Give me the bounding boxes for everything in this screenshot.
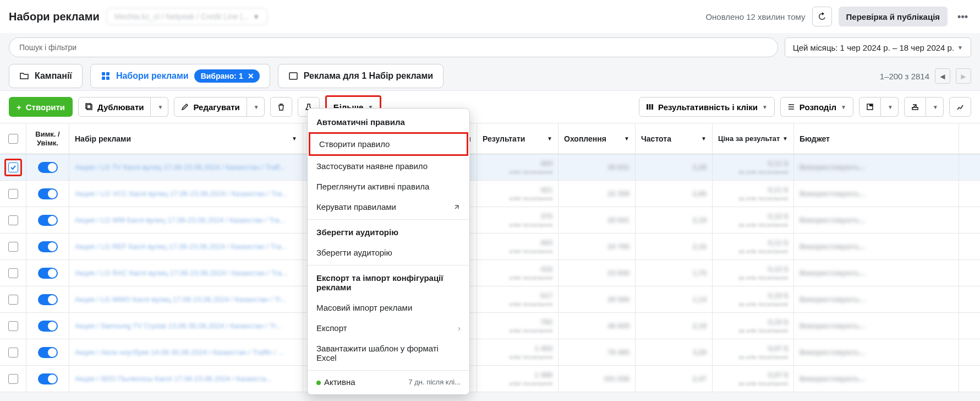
- create-button[interactable]: + Створити: [9, 97, 73, 117]
- adset-name[interactable]: Акция / LG MWO Каспі вулиц 17.06-23.06.2…: [75, 295, 287, 304]
- row-checkbox[interactable]: [8, 189, 18, 199]
- adset-name[interactable]: Акция / Aксю ноутбуки 14.06-30.06.2024 /…: [75, 348, 284, 356]
- col-budget[interactable]: Бюджет: [794, 123, 959, 154]
- table-row[interactable]: Акция / LG WM Каспі вулиц 17.06-23.06.20…: [0, 207, 980, 234]
- row-toggle[interactable]: [38, 268, 58, 279]
- dd-view-rules[interactable]: Переглянути активні правила: [308, 176, 469, 197]
- tab-adsets[interactable]: Набори реклами Вибрано: 1 ✕: [90, 64, 270, 88]
- columns-preset-button[interactable]: Результативність і кліки ▼: [639, 97, 775, 117]
- col-reach[interactable]: Охоплення▼: [559, 123, 636, 154]
- adset-name[interactable]: Акция / SDO Пылесосы Каспі 17.06-23.06.2…: [75, 375, 272, 383]
- freq-value: 2,47: [693, 375, 707, 383]
- dd-manage-rules[interactable]: Керувати правилами: [308, 197, 469, 217]
- select-all-checkbox[interactable]: [8, 134, 18, 144]
- table-row[interactable]: Акция / Aксю ноутбуки 14.06-30.06.2024 /…: [0, 339, 980, 366]
- row-toggle[interactable]: [38, 162, 58, 173]
- date-range-picker[interactable]: Цей місяць: 1 чер 2024 р. – 18 чер 2024 …: [785, 37, 971, 57]
- reach-value: 30 631: [607, 163, 629, 171]
- svg-rect-1: [106, 72, 110, 75]
- updated-label: Оновлено 12 хвилин тому: [705, 12, 805, 21]
- col-cost[interactable]: Ціна за результат▼: [713, 123, 794, 154]
- row-checkbox[interactable]: [8, 162, 18, 172]
- svg-rect-9: [651, 104, 653, 110]
- table-row[interactable]: Акция / LG VCC Каспі вулиц 17.06-23.06.2…: [0, 181, 980, 207]
- cost-value: 0,12 $: [768, 212, 788, 220]
- col-toggle[interactable]: Вимк. / Увімк.: [26, 123, 69, 154]
- results-value: 517: [540, 291, 552, 300]
- adset-name[interactable]: Акция / LG REF Каспі вулиц 17.06-23.06.2…: [75, 242, 287, 251]
- tab-ads[interactable]: Реклама для 1 Набір реклами: [278, 64, 444, 88]
- svg-rect-8: [649, 104, 651, 110]
- freq-value: 2,19: [693, 216, 707, 224]
- refresh-icon: [818, 12, 826, 21]
- adset-name[interactable]: Акция / LG VCC Каспі вулиц 17.06-23.06.2…: [75, 189, 288, 198]
- row-checkbox[interactable]: [8, 295, 18, 305]
- export-dropdown[interactable]: ▼: [926, 97, 944, 117]
- table-row[interactable]: Акция / LG TV Каспі вулиц 17.06-23.06.20…: [0, 154, 980, 181]
- results-value: 1 403: [534, 344, 552, 353]
- row-toggle[interactable]: [38, 215, 58, 226]
- col-name[interactable]: Набір реклами▼: [69, 123, 303, 154]
- dd-save-audience[interactable]: Зберегти аудиторію: [308, 242, 469, 263]
- svg-rect-11: [869, 104, 873, 106]
- edit-dropdown[interactable]: ▼: [247, 97, 265, 117]
- delete-button[interactable]: [270, 97, 292, 117]
- more-menu-icon[interactable]: •••: [954, 11, 971, 23]
- clear-selection-icon[interactable]: ✕: [247, 72, 255, 80]
- table-row[interactable]: Акция / LG MWO Каспі вулиц 17.06-23.06.2…: [0, 286, 980, 313]
- row-toggle[interactable]: [38, 321, 58, 332]
- page-prev-button[interactable]: ◄: [935, 68, 950, 84]
- row-checkbox[interactable]: [8, 215, 18, 225]
- row-checkbox[interactable]: [8, 348, 18, 357]
- adset-name[interactable]: Акция / LG TV Каспі вулиц 17.06-23.06.20…: [75, 163, 286, 171]
- col-freq[interactable]: Частота▼: [636, 123, 713, 154]
- duplicate-button[interactable]: Дублювати: [78, 97, 151, 117]
- charts-button[interactable]: [949, 97, 971, 117]
- table-row[interactable]: Акция / SDO Пылесосы Каспі 17.06-23.06.2…: [0, 366, 980, 392]
- adset-name[interactable]: Акция / LG WM Каспі вулиц 17.06-23.06.20…: [75, 216, 286, 224]
- results-value: 1 489: [534, 371, 552, 379]
- row-toggle[interactable]: [38, 294, 58, 305]
- dd-export[interactable]: Експорт ›: [308, 318, 469, 338]
- review-publish-button[interactable]: Перевірка й публікація: [839, 7, 948, 26]
- dd-download-template[interactable]: Завантажити шаблон у форматі Excel: [308, 338, 469, 368]
- reports-dropdown[interactable]: ▼: [881, 97, 899, 117]
- search-input[interactable]: Пошук і фільтри: [9, 37, 778, 57]
- row-checkbox[interactable]: [8, 242, 18, 252]
- page-next-button[interactable]: ►: [956, 68, 971, 84]
- row-toggle[interactable]: [38, 373, 58, 384]
- table-row[interactable]: Акция / Samsung TV Crystal 13.06-30.06.2…: [0, 313, 980, 339]
- svg-rect-3: [106, 77, 110, 80]
- row-checkbox[interactable]: [8, 321, 18, 331]
- export-button[interactable]: [904, 97, 926, 117]
- breakdown-button[interactable]: Розподіл ▼: [780, 97, 853, 117]
- row-checkbox[interactable]: [8, 374, 18, 384]
- adset-name[interactable]: Акция / LG RAC Каспі вулиц 17.06-23.06.2…: [75, 269, 288, 277]
- duplicate-dropdown[interactable]: ▼: [151, 97, 168, 117]
- budget-value: Використовують...: [800, 269, 866, 277]
- table-row[interactable]: Акция / LG REF Каспі вулиц 17.06-23.06.2…: [0, 234, 980, 260]
- account-selector[interactable]: Mechta.kz_cl / Netpeak / Credit Line (..…: [106, 8, 267, 25]
- edit-button[interactable]: Редагувати: [174, 97, 247, 117]
- chart-icon: [956, 103, 964, 111]
- freq-value: 1,14: [693, 295, 707, 304]
- row-toggle[interactable]: [38, 241, 58, 252]
- tab-campaigns[interactable]: Кампанії: [9, 64, 83, 88]
- trash-icon: [277, 103, 285, 111]
- table-row[interactable]: Акция / LG RAC Каспі вулиц 17.06-23.06.2…: [0, 260, 980, 286]
- plus-icon: +: [17, 102, 21, 112]
- row-checkbox[interactable]: [8, 268, 18, 278]
- reports-icon: [866, 103, 874, 111]
- dd-apply-rule[interactable]: Застосувати наявне правило: [308, 156, 469, 176]
- dd-create-rule[interactable]: Створити правило: [309, 132, 468, 156]
- dd-bulk-import[interactable]: Масовий імпорт реклами: [308, 297, 469, 318]
- reach-value: 24 765: [607, 242, 629, 251]
- pagination-label: 1–200 з 2814: [880, 72, 929, 81]
- row-toggle[interactable]: [38, 188, 58, 199]
- row-toggle[interactable]: [38, 347, 58, 358]
- refresh-button[interactable]: [812, 7, 832, 26]
- reports-button[interactable]: [859, 97, 881, 117]
- col-results[interactable]: Результати▼: [477, 123, 559, 154]
- adset-name[interactable]: Акция / Samsung TV Crystal 13.06-30.06.2…: [75, 322, 282, 330]
- columns-icon: [646, 103, 654, 111]
